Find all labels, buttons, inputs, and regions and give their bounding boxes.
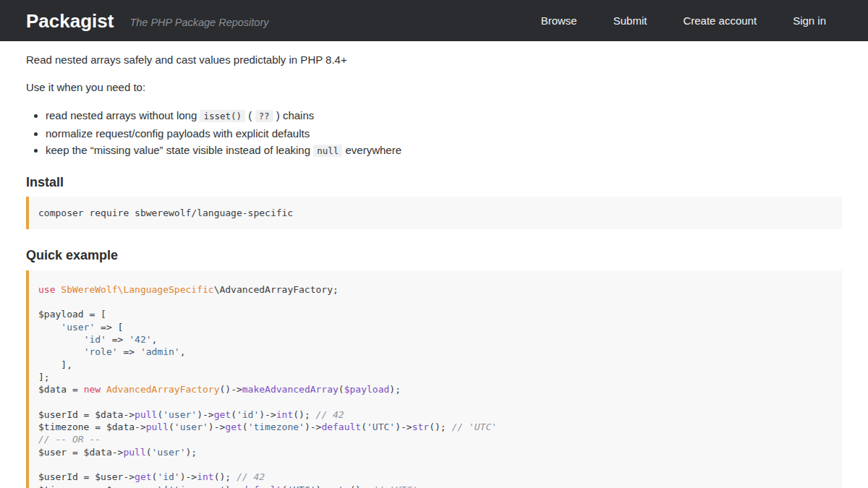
readme-content: Read nested arrays safely and cast value… (0, 41, 868, 488)
inline-code: ?? (255, 110, 273, 122)
tagline: The PHP Package Repository (129, 17, 268, 28)
top-nav: Packagist The PHP Package Repository Bro… (0, 0, 868, 41)
list-item: keep the “missing value” state visible i… (46, 142, 842, 160)
code-line: ]; (38, 371, 830, 383)
code-line: // -- OR -- (38, 433, 830, 445)
code-line: $user = $data->pull('user'); (38, 446, 830, 458)
code-line: $timezone = $user->get('timezone')->defa… (38, 484, 830, 488)
code-line: ], (38, 359, 830, 371)
nav-submit[interactable]: Submit (613, 14, 647, 27)
install-code-block: composer require sbwerewolf/language-spe… (26, 197, 842, 229)
use-when-text: Use it when you need to: (26, 80, 842, 95)
code-line: 'id' => '42', (38, 333, 830, 346)
intro-text: Read nested arrays safely and cast value… (26, 52, 842, 68)
code-line: 'role' => 'admin', (38, 346, 830, 358)
example-code-block: use SbWereWolf\LanguageSpecific\Advanced… (26, 270, 842, 488)
code-line: $payload = [ (38, 308, 830, 320)
nav-sign-in[interactable]: Sign in (793, 14, 826, 27)
install-heading: Install (26, 175, 842, 190)
list-item: normalize request/config payloads with e… (46, 125, 842, 142)
install-command: composer require sbwerewolf/language-spe… (38, 207, 830, 219)
header-nav: Browse Submit Create account Sign in (541, 14, 842, 27)
code-line (38, 296, 830, 308)
example-code: use SbWereWolf\LanguageSpecific\Advanced… (38, 283, 830, 488)
list-item: read nested arrays without long isset() … (46, 107, 842, 125)
code-line (38, 395, 830, 408)
code-line: $userId = $user->get('id')->int(); // 42 (38, 471, 830, 483)
code-line: $timezone = $data->pull('user')->get('ti… (38, 421, 830, 433)
logo[interactable]: Packagist (26, 12, 114, 30)
code-line: $data = new AdvancedArrayFactory()->make… (38, 383, 830, 395)
feature-list: read nested arrays without long isset() … (26, 107, 842, 160)
example-heading: Quick example (26, 248, 842, 263)
code-line (38, 458, 830, 471)
code-line: $userId = $data->pull('user')->get('id')… (38, 408, 830, 421)
inline-code: null (313, 145, 342, 157)
nav-create-account[interactable]: Create account (683, 14, 757, 27)
inline-code: isset() (200, 110, 245, 122)
code-line: use SbWereWolf\LanguageSpecific\Advanced… (38, 283, 830, 296)
nav-browse[interactable]: Browse (541, 14, 577, 27)
code-line: 'user' => [ (38, 321, 830, 333)
